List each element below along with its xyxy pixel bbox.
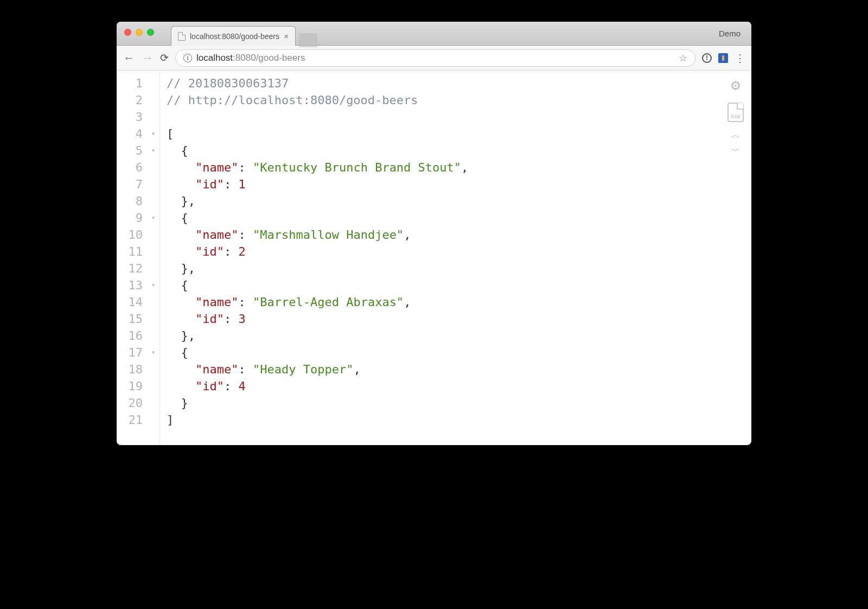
close-tab-button[interactable]: × xyxy=(284,31,289,41)
profile-label[interactable]: Demo xyxy=(719,29,746,38)
line-number: 21 xyxy=(117,411,143,428)
fold-marker xyxy=(147,109,159,125)
line-number: 4 xyxy=(117,125,143,142)
fold-marker[interactable]: ▾ xyxy=(147,344,159,361)
browser-window: localhost:8080/good-beers × Demo ← → ⟳ i… xyxy=(117,22,751,445)
tab-title: localhost:8080/good-beers xyxy=(190,32,279,41)
site-info-icon[interactable]: i xyxy=(183,54,192,62)
fold-marker xyxy=(147,378,159,395)
expand-all-icon[interactable]: ﹀ xyxy=(731,147,741,155)
page-content: 123456789101112131415161718192021 ▾▾ ▾ ▾… xyxy=(117,71,751,445)
collapse-all-icon[interactable]: ︿ xyxy=(731,131,741,138)
line-number: 10 xyxy=(117,226,143,243)
line-number: 17 xyxy=(117,344,143,361)
new-tab-button[interactable] xyxy=(299,33,317,47)
line-number: 13 xyxy=(117,277,143,294)
alert-icon[interactable]: ! xyxy=(702,53,712,63)
close-window-button[interactable] xyxy=(124,29,131,36)
line-number: 2 xyxy=(117,92,143,109)
url-text: localhost:8080/good-beers xyxy=(196,53,305,64)
reload-button[interactable]: ⟳ xyxy=(160,52,169,64)
fold-marker xyxy=(147,395,159,411)
line-number: 14 xyxy=(117,294,143,310)
line-number: 16 xyxy=(117,327,143,344)
toolbar: ← → ⟳ i localhost:8080/good-beers ☆ ! ⋮ xyxy=(117,46,751,71)
line-number-gutter: 123456789101112131415161718192021 xyxy=(117,71,147,445)
raw-toggle-button[interactable]: RAW xyxy=(727,103,744,122)
url-host: localhost xyxy=(196,53,233,63)
fold-marker[interactable]: ▾ xyxy=(147,142,159,159)
fold-marker xyxy=(147,193,159,210)
fold-marker xyxy=(147,75,159,92)
extension-icon[interactable] xyxy=(718,53,728,63)
menu-button[interactable]: ⋮ xyxy=(735,52,745,65)
fold-marker xyxy=(147,243,159,260)
line-number: 8 xyxy=(117,193,143,210)
forward-button[interactable]: → xyxy=(142,51,154,65)
line-number: 7 xyxy=(117,176,143,193)
line-number: 3 xyxy=(117,109,143,125)
raw-label: RAW xyxy=(731,114,740,119)
line-number: 12 xyxy=(117,260,143,277)
window-controls xyxy=(124,29,154,36)
minimize-window-button[interactable] xyxy=(136,29,143,36)
tab-bar: localhost:8080/good-beers × Demo xyxy=(117,22,751,46)
fold-marker[interactable]: ▾ xyxy=(147,125,159,142)
fold-marker xyxy=(147,361,159,378)
fold-marker[interactable]: ▾ xyxy=(147,210,159,226)
bookmark-star-icon[interactable]: ☆ xyxy=(679,52,687,64)
fold-marker xyxy=(147,226,159,243)
json-viewer[interactable]: // 20180830063137 // http://localhost:80… xyxy=(160,71,751,445)
line-number: 18 xyxy=(117,361,143,378)
maximize-window-button[interactable] xyxy=(147,29,154,36)
fold-marker xyxy=(147,294,159,310)
browser-tab[interactable]: localhost:8080/good-beers × xyxy=(171,26,296,46)
line-number: 5 xyxy=(117,142,143,159)
line-number: 15 xyxy=(117,310,143,327)
gear-icon[interactable]: ⚙ xyxy=(731,76,741,94)
line-number: 1 xyxy=(117,75,143,92)
file-icon xyxy=(178,32,186,41)
omnibox-actions: ☆ xyxy=(679,52,687,64)
fold-marker xyxy=(147,327,159,344)
line-number: 6 xyxy=(117,159,143,176)
address-bar[interactable]: i localhost:8080/good-beers ☆ xyxy=(175,49,695,67)
fold-marker xyxy=(147,159,159,176)
json-viewer-sidebar: ⚙ RAW ︿ ﹀ xyxy=(727,76,744,155)
line-number: 20 xyxy=(117,395,143,411)
url-path: :8080/good-beers xyxy=(233,53,305,63)
fold-marker xyxy=(147,176,159,193)
line-number: 19 xyxy=(117,378,143,395)
fold-marker xyxy=(147,92,159,109)
line-number: 11 xyxy=(117,243,143,260)
fold-marker xyxy=(147,310,159,327)
back-button[interactable]: ← xyxy=(123,51,135,65)
fold-marker xyxy=(147,260,159,277)
line-number: 9 xyxy=(117,210,143,226)
fold-gutter: ▾▾ ▾ ▾ ▾ xyxy=(147,71,160,445)
fold-marker xyxy=(147,411,159,428)
fold-marker[interactable]: ▾ xyxy=(147,277,159,294)
